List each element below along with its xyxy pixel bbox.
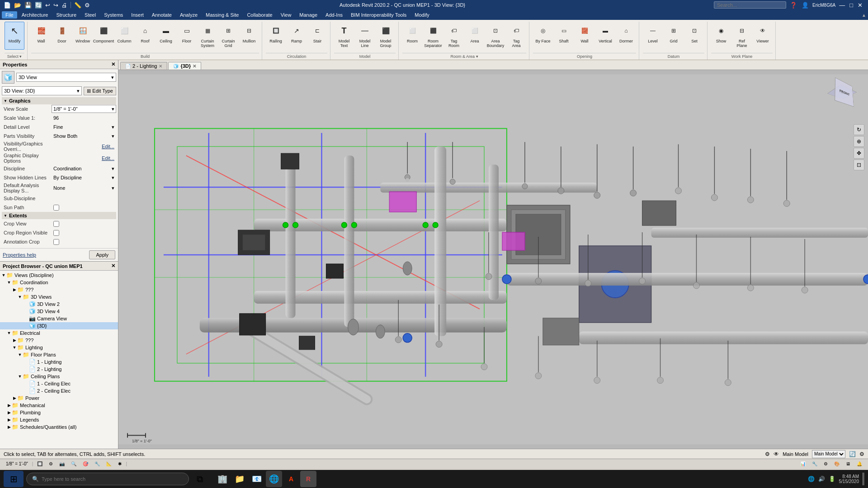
menu-architecture[interactable]: Architecture [18, 11, 52, 19]
tree-mechanical[interactable]: ▶ 📁 Mechanical [0, 402, 118, 409]
pan-btn[interactable]: ✥ [854, 148, 864, 159]
ribbon-btn-roof[interactable]: ⌂ Roof [135, 22, 155, 50]
ribbon-btn-tag-room[interactable]: 🏷 Tag Room [444, 22, 464, 50]
qa-save-icon[interactable]: 💾 [24, 1, 33, 9]
taskbar-folder-icon[interactable]: 📁 [231, 471, 248, 487]
menu-insert[interactable]: Insert [127, 11, 147, 19]
menu-file[interactable]: File [2, 11, 17, 19]
ribbon-toggle[interactable]: ▲ [862, 13, 866, 18]
properties-help-link[interactable]: Properties help [3, 252, 36, 258]
analysis-value[interactable]: None ▾ [52, 184, 116, 192]
discipline-value[interactable]: Coordination ▾ [52, 164, 116, 173]
taskbar-outlook-icon[interactable]: 📧 [249, 471, 265, 487]
mech-expand-icon[interactable]: ▶ [6, 403, 12, 408]
status-workset-icon[interactable]: ⚙ [765, 451, 770, 457]
zoom-btn[interactable]: ⊕ [854, 136, 864, 147]
edit-type-btn[interactable]: ⊞ Edit Type [84, 87, 116, 95]
ribbon-btn-shaft[interactable]: ▭ Shaft [554, 22, 574, 50]
detail-level-value[interactable]: Fine ▾ [52, 123, 116, 131]
legends-expand-icon[interactable]: ▶ [6, 418, 12, 422]
cp-expand-icon[interactable]: ▼ [17, 374, 23, 379]
bottom-icon4[interactable]: 🔍 [69, 460, 79, 467]
tree-lighting[interactable]: ▼ 📁 Lighting [0, 344, 118, 351]
tab-lighting-close-icon[interactable]: ✕ [159, 64, 162, 69]
ribbon-btn-curtain-grid[interactable]: ⊞ Curtain Grid [218, 22, 238, 50]
tree-schedules[interactable]: ▶ 📁 Schedules/Quantities (all) [0, 423, 118, 431]
qa-settings-icon[interactable]: ⚙ [84, 1, 91, 9]
ribbon-btn-modify[interactable]: ↖ Modify [5, 22, 24, 50]
status-view-icon[interactable]: 👁 [774, 451, 779, 457]
vis-graphics-edit-link[interactable]: Edit... [102, 144, 114, 149]
tree-electrical[interactable]: ▼ 📁 Electrical [0, 329, 118, 337]
bottom-r5[interactable]: 🖥 [844, 460, 853, 467]
sched-expand-icon[interactable]: ▶ [6, 425, 12, 429]
menu-modify[interactable]: Modify [411, 11, 433, 19]
qa-open-icon[interactable]: 📂 [13, 1, 22, 9]
tree-3d[interactable]: ▶ 🧊 {3D} [0, 322, 118, 329]
ribbon-btn-show[interactable]: ◉ Show [711, 22, 731, 50]
info-search[interactable] [714, 1, 786, 9]
views-expand-icon[interactable]: ▼ [1, 273, 6, 277]
project-browser-close-icon[interactable]: ✕ [111, 263, 115, 269]
ribbon-btn-viewer[interactable]: 👁 Viewer [753, 22, 773, 50]
ribbon-btn-grid[interactable]: ⊞ Grid [664, 22, 684, 50]
tree-3d-v2[interactable]: ▶ 🧊 3D View 2 [0, 300, 118, 308]
ribbon-btn-column[interactable]: ⬜ Column [114, 22, 134, 50]
crop-view-checkbox[interactable] [53, 221, 59, 227]
qa-new-icon[interactable]: 📄 [3, 1, 12, 9]
info-minimize-icon[interactable]: — [838, 1, 846, 9]
bottom-icon2[interactable]: ⚙ [47, 460, 55, 467]
bottom-icon8[interactable]: ✱ [116, 460, 124, 467]
status-settings-icon[interactable]: ⚙ [859, 451, 864, 457]
bottom-r6[interactable]: 🔔 [854, 460, 864, 467]
tree-3d-views[interactable]: ▼ 📁 3D Views [0, 293, 118, 300]
bottom-icon7[interactable]: 📐 [104, 460, 114, 467]
taskbar-chrome-icon[interactable]: 🌐 [266, 471, 282, 487]
menu-steel[interactable]: Steel [81, 11, 99, 19]
tree-views-root[interactable]: ▼ 📁 Views (Discipline) [0, 272, 118, 279]
taskbar-explorer-icon[interactable]: 🏢 [214, 471, 231, 487]
extents-section-header[interactable]: ▼ Extents [2, 212, 116, 219]
power-expand-icon[interactable]: ▶ [12, 396, 17, 400]
crop-region-checkbox[interactable] [53, 230, 59, 236]
ribbon-btn-railing[interactable]: 🔲 Railing [266, 22, 286, 50]
ribbon-btn-model-line[interactable]: — Model Line [355, 22, 375, 50]
hidden-lines-value[interactable]: By Discipline ▾ [52, 174, 116, 182]
view-id-dropdown[interactable]: 3D View: {3D} ▾ [2, 86, 82, 95]
ribbon-btn-wall[interactable]: 🧱 Wall [31, 22, 51, 50]
ribbon-btn-dormer[interactable]: ⌂ Dormer [616, 22, 636, 50]
plumb-expand-icon[interactable]: ▶ [6, 410, 12, 415]
graphic-display-edit-link[interactable]: Edit... [102, 155, 114, 161]
qa-print-icon[interactable]: 🖨 [61, 1, 68, 9]
ribbon-btn-area-boundary[interactable]: ⊡ Area Boundary [486, 22, 505, 50]
start-button[interactable]: ⊞ [4, 471, 24, 487]
ribbon-btn-area[interactable]: ⬜ Area [465, 22, 485, 50]
taskbar-revit-icon[interactable]: R [300, 471, 316, 487]
ribbon-btn-by-face[interactable]: ◎ By Face [533, 22, 553, 50]
taskbar-acrobat-icon[interactable]: A [283, 471, 299, 487]
menu-manage[interactable]: Manage [296, 11, 321, 19]
ribbon-btn-model-group[interactable]: ⬛ Model Group [376, 22, 396, 50]
tree-ceiling-plans[interactable]: ▼ 📁 Ceiling Plans [0, 373, 118, 380]
ribbon-btn-door[interactable]: 🚪 Door [52, 22, 72, 50]
ribbon-btn-model-text[interactable]: T Model Text [334, 22, 354, 50]
taskbar-show-desktop[interactable] [863, 473, 864, 485]
bottom-r3[interactable]: ⚙ [821, 460, 830, 467]
search-input[interactable] [42, 476, 183, 482]
task-view-btn[interactable]: ⧉ [190, 471, 210, 487]
taskbar-network-icon[interactable]: 🌐 [808, 476, 815, 482]
info-help-icon[interactable]: ❓ [789, 1, 798, 9]
tree-plumbing[interactable]: ▶ 📁 Plumbing [0, 409, 118, 416]
fp-expand-icon[interactable]: ▼ [17, 352, 23, 357]
menu-bim[interactable]: BIM Interoperability Tools [347, 11, 410, 19]
menu-annotate[interactable]: Annotate [148, 11, 175, 19]
menu-massing[interactable]: Massing & Site [202, 11, 242, 19]
tree-floor-plans[interactable]: ▼ 📁 Floor Plans [0, 351, 118, 358]
tree-coord-q[interactable]: ▶ 📁 ??? [0, 286, 118, 293]
sub-disc-value[interactable] [52, 194, 116, 202]
ribbon-btn-set[interactable]: ⊡ Set [684, 22, 704, 50]
tree-coordination[interactable]: ▼ 📁 Coordination [0, 279, 118, 286]
ribbon-btn-level[interactable]: — Level [643, 22, 663, 50]
view-scale-value[interactable]: 1/8" = 1'-0" ▾ [52, 105, 116, 113]
bottom-icon1[interactable]: 🔲 [35, 460, 45, 467]
